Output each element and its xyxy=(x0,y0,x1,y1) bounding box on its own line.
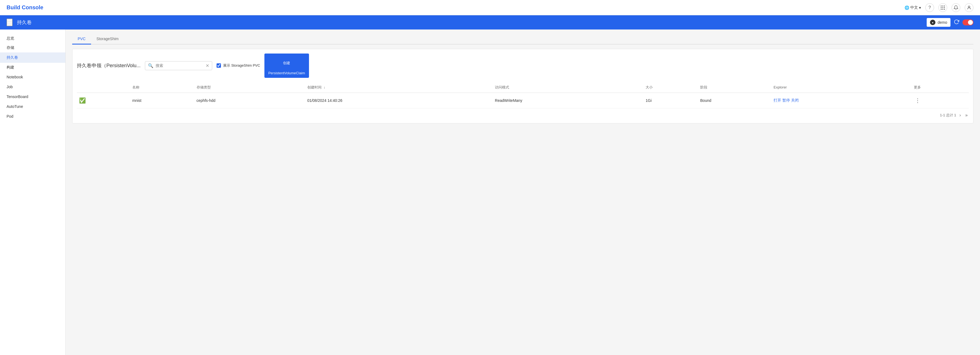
app-title: Build Console xyxy=(6,4,43,11)
demo-label: demo xyxy=(938,20,947,25)
sort-arrow-icon: ↓ xyxy=(323,86,325,89)
svg-rect-2 xyxy=(944,5,945,6)
row-access-mode: ReadWriteMany xyxy=(493,93,644,108)
main-layout: 总览 存储 持久卷 构建 Notebook Job TensorBoard Au… xyxy=(0,30,980,355)
search-input[interactable] xyxy=(156,63,204,68)
svg-rect-1 xyxy=(943,5,943,6)
row-status: ✅ xyxy=(77,93,130,108)
storageshim-checkbox-label[interactable]: 展示 StorageShim PVC xyxy=(216,63,260,68)
explorer-links: 打开 暂停 关闭 xyxy=(773,98,910,103)
sidebar-item-label: Notebook xyxy=(6,75,23,79)
sidebar-item-label: 持久卷 xyxy=(6,55,18,60)
refresh-button[interactable] xyxy=(954,19,959,26)
bell-icon[interactable] xyxy=(951,3,960,12)
explorer-open-link[interactable]: 打开 xyxy=(773,98,781,103)
tabs-bar: PVC StorageShim xyxy=(72,34,974,44)
chevron-down-icon: ▾ xyxy=(919,5,921,10)
hamburger-button[interactable]: ☰ xyxy=(6,19,13,26)
storageshim-checkbox[interactable] xyxy=(216,63,221,68)
tab-storageshim[interactable]: StorageShim xyxy=(91,34,124,44)
search-icon: 🔍 xyxy=(148,63,153,68)
more-button[interactable]: ⋮ xyxy=(914,96,921,105)
sidebar-item-autotune[interactable]: AutoTune xyxy=(0,101,65,111)
sidebar: 总览 存储 持久卷 构建 Notebook Job TensorBoard Au… xyxy=(0,30,65,355)
sidebar-item-pod[interactable]: Pod xyxy=(0,111,65,121)
svg-rect-3 xyxy=(941,7,942,8)
top-header-right: 🌐 中文 ▾ ? xyxy=(905,3,974,12)
explorer-close-link[interactable]: 关闭 xyxy=(791,98,799,103)
svg-rect-8 xyxy=(944,9,945,10)
table-card: 持久卷申领（PersistenVolu... 🔍 ✕ 展示 StorageShi… xyxy=(72,49,974,124)
table-title: 持久卷申领（PersistenVolu... xyxy=(77,62,140,69)
col-name: 名称 xyxy=(130,82,194,93)
next-page-button[interactable]: › xyxy=(958,112,962,119)
svg-rect-0 xyxy=(941,5,942,6)
row-size: 1Gi xyxy=(643,93,698,108)
svg-rect-5 xyxy=(944,7,945,8)
col-more: 更多 xyxy=(912,82,969,93)
toggle-switch[interactable] xyxy=(963,19,974,25)
table-header: 持久卷申领（PersistenVolu... 🔍 ✕ 展示 StorageShi… xyxy=(77,54,969,78)
col-access-mode: 访问模式 xyxy=(493,82,644,93)
col-created-at[interactable]: 创建时间 ↓ xyxy=(305,82,493,93)
sidebar-item-tensorboard[interactable]: TensorBoard xyxy=(0,92,65,101)
storageshim-label: 展示 StorageShim PVC xyxy=(223,63,260,68)
table-row: ✅ mnist cephfs-hdd 01/08/2024 14:40:26 R… xyxy=(77,93,969,108)
tab-pvc[interactable]: PVC xyxy=(72,34,91,44)
demo-avatar-icon: ● xyxy=(930,20,935,25)
svg-rect-4 xyxy=(943,7,943,8)
row-more: ⋮ File Browser VS Code xyxy=(912,93,969,108)
clear-search-icon[interactable]: ✕ xyxy=(205,63,209,68)
svg-rect-7 xyxy=(943,9,943,10)
sidebar-item-label: AutoTune xyxy=(6,104,23,109)
demo-button[interactable]: ● demo xyxy=(927,18,950,27)
sub-header-title: 持久卷 xyxy=(17,19,32,26)
col-explorer: Explorer xyxy=(772,82,912,93)
avatar-icon[interactable] xyxy=(965,3,974,12)
row-name: mnist xyxy=(130,93,194,108)
create-pvc-button[interactable]: 创建 PersistentVolumeClaim xyxy=(264,54,309,78)
apps-icon[interactable] xyxy=(939,3,947,12)
lang-label: 中文 xyxy=(910,5,918,10)
create-btn-line2: PersistentVolumeClaim xyxy=(268,71,305,75)
pagination-info: 1-1 总计 1 xyxy=(940,113,956,118)
svg-point-9 xyxy=(968,6,970,8)
sidebar-item-notebook[interactable]: Notebook xyxy=(0,72,65,82)
sub-header-left: ☰ 持久卷 xyxy=(6,19,32,26)
pvc-table: 名称 存储类型 创建时间 ↓ 访问模式 大小 xyxy=(77,82,969,108)
lang-selector[interactable]: 🌐 中文 ▾ xyxy=(905,5,921,10)
search-box: 🔍 ✕ xyxy=(145,61,212,70)
col-status xyxy=(77,82,130,93)
explorer-pause-link[interactable]: 暂停 xyxy=(782,98,790,103)
col-storage-type: 存储类型 xyxy=(194,82,305,93)
sidebar-item-label: Pod xyxy=(6,114,13,119)
create-btn-line1: 创建 xyxy=(283,61,290,65)
col-size: 大小 xyxy=(643,82,698,93)
row-storage-type: cephfs-hdd xyxy=(194,93,305,108)
row-explorer: 打开 暂停 关闭 xyxy=(772,93,912,108)
sub-header: ☰ 持久卷 ● demo xyxy=(0,15,980,30)
help-icon[interactable]: ? xyxy=(925,3,934,12)
sidebar-item-label: Job xyxy=(6,85,13,89)
sidebar-item-persistent-volumes[interactable]: 持久卷 xyxy=(0,52,65,63)
row-phase: Bound xyxy=(698,93,772,108)
top-header-left: Build Console xyxy=(6,4,43,11)
last-page-button[interactable]: » xyxy=(964,112,969,119)
pagination: 1-1 总计 1 › » xyxy=(77,112,969,119)
svg-rect-6 xyxy=(941,9,942,10)
row-created-at: 01/08/2024 14:40:26 xyxy=(305,93,493,108)
col-phase: 阶段 xyxy=(698,82,772,93)
sidebar-item-label: TensorBoard xyxy=(6,95,28,99)
top-header: Build Console 🌐 中文 ▾ ? xyxy=(0,0,980,15)
more-popup-wrapper: ⋮ File Browser VS Code xyxy=(914,96,921,105)
sidebar-build-label: 构建 xyxy=(0,63,65,72)
sidebar-item-job[interactable]: Job xyxy=(0,82,65,92)
content-area: PVC StorageShim 持久卷申领（PersistenVolu... 🔍… xyxy=(65,30,980,355)
sidebar-storage-label: 存储 xyxy=(0,43,65,52)
translate-icon: 🌐 xyxy=(905,5,909,10)
sidebar-overview-label: 总览 xyxy=(0,34,65,43)
status-ok-icon: ✅ xyxy=(79,97,86,103)
sub-header-right: ● demo xyxy=(927,18,974,27)
